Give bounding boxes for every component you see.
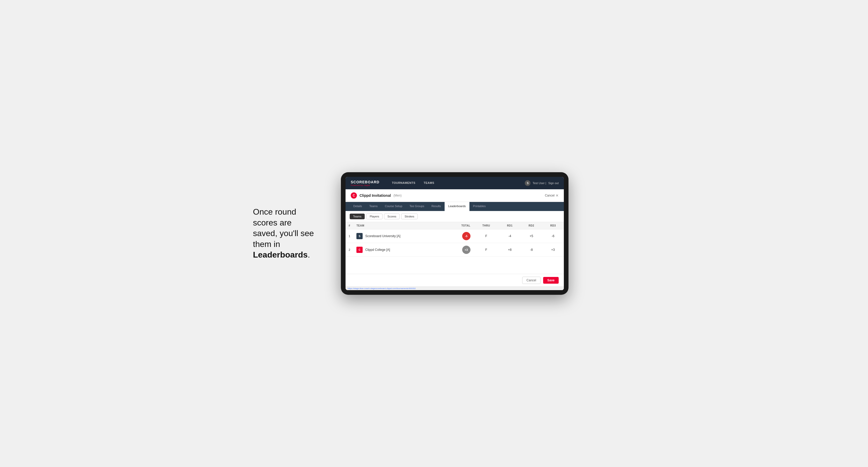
tournament-header: C Clippd Invitational (Men) Cancel ✕ — [345, 189, 564, 202]
nav-teams[interactable]: TEAMS — [420, 177, 438, 189]
filter-scores[interactable]: Scores — [384, 214, 400, 219]
tournament-gender: (Men) — [393, 194, 401, 197]
cell-rd2: +5 — [521, 229, 542, 243]
footer-save-button[interactable]: Save — [543, 277, 559, 284]
cell-thru: F — [473, 229, 499, 243]
cell-rank: 1 — [345, 229, 353, 243]
tablet-screen: SCOREBOARD Powered by clippd TOURNAMENTS… — [345, 177, 564, 290]
table-body: 1 S Scoreboard University [A] -5 F -4 +5… — [345, 229, 564, 257]
user-name: Test User | — [532, 182, 546, 185]
desc-line2: scores are — [253, 218, 291, 227]
col-total: TOTAL — [445, 222, 473, 229]
url-bar: https://stage-blue-coach.stagescoreboard… — [345, 286, 564, 290]
col-rd3: RD3 — [542, 222, 564, 229]
cell-thru: F — [473, 243, 499, 257]
tournament-name: Clippd Invitational — [360, 193, 391, 197]
tablet-device: SCOREBOARD Powered by clippd TOURNAMENTS… — [341, 172, 568, 295]
nav-right: S Test User | Sign out — [525, 180, 559, 186]
col-rd1: RD1 — [499, 222, 521, 229]
tournament-logo: C — [351, 192, 357, 198]
tab-printables[interactable]: Printables — [469, 202, 489, 211]
tab-leaderboards[interactable]: Leaderboards — [444, 202, 469, 211]
cell-total: +3 — [445, 243, 473, 257]
table-header-row: # TEAM TOTAL THRU RD1 RD2 RD3 — [345, 222, 564, 229]
tab-details[interactable]: Details — [350, 202, 366, 211]
col-thru: THRU — [473, 222, 499, 229]
team-name: Scoreboard University [A] — [365, 234, 400, 238]
nav-tournaments[interactable]: TOURNAMENTS — [388, 177, 420, 189]
tab-teams[interactable]: Teams — [366, 202, 381, 211]
col-rd2: RD2 — [521, 222, 542, 229]
modal-footer: Cancel Save — [345, 274, 564, 286]
nav-items: TOURNAMENTS TEAMS — [388, 177, 519, 189]
cell-rd2: -8 — [521, 243, 542, 257]
col-rank: # — [345, 222, 353, 229]
score-badge: +3 — [462, 246, 470, 254]
cancel-label: Cancel — [545, 194, 555, 197]
team-logo-image: S — [356, 233, 363, 239]
left-description: Once round scores are saved, you'll see … — [253, 207, 326, 260]
top-navigation: SCOREBOARD Powered by clippd TOURNAMENTS… — [345, 177, 564, 189]
footer-cancel-button[interactable]: Cancel — [522, 277, 540, 284]
cell-rd3: +3 — [542, 243, 564, 257]
filter-players[interactable]: Players — [366, 214, 382, 219]
leaderboard-table: # TEAM TOTAL THRU RD1 RD2 RD3 1 S Scor — [345, 222, 564, 257]
desc-line3: saved, you'll see — [253, 228, 314, 238]
cell-rank: 2 — [345, 243, 353, 257]
logo-subtitle: Powered by clippd — [351, 184, 379, 186]
close-icon: ✕ — [556, 193, 559, 197]
sign-out-link[interactable]: Sign out — [548, 182, 559, 185]
tournament-title-area: C Clippd Invitational (Men) — [351, 192, 402, 198]
leaderboard-table-area: # TEAM TOTAL THRU RD1 RD2 RD3 1 S Scor — [345, 222, 564, 274]
team-logo-image: C — [356, 247, 363, 253]
score-badge: -5 — [462, 232, 470, 240]
desc-line1: Once round — [253, 207, 296, 216]
team-logo-cell: C Clippd College [A] — [356, 247, 442, 253]
user-avatar: S — [525, 180, 530, 186]
desc-line5-bold: Leaderboards — [253, 250, 308, 259]
cell-team: S Scoreboard University [A] — [353, 229, 445, 243]
table-row: 2 C Clippd College [A] +3 F +8 -8 +3 — [345, 243, 564, 257]
cell-rd1: +8 — [499, 243, 521, 257]
table-row: 1 S Scoreboard University [A] -5 F -4 +5… — [345, 229, 564, 243]
filter-teams[interactable]: Teams — [350, 214, 365, 219]
logo-text: SCOREBOARD — [351, 180, 379, 184]
filter-bar: Teams Players Scores Strokes — [345, 211, 564, 222]
desc-line5-end: . — [308, 250, 310, 259]
team-logo-cell: S Scoreboard University [A] — [356, 233, 442, 239]
team-name: Clippd College [A] — [365, 248, 390, 252]
tab-course-setup[interactable]: Course Setup — [381, 202, 406, 211]
app-logo: SCOREBOARD Powered by clippd — [351, 180, 379, 186]
col-team: TEAM — [353, 222, 445, 229]
desc-line4: them in — [253, 240, 280, 249]
cell-rd1: -4 — [499, 229, 521, 243]
sub-tabs: Details Teams Course Setup Tee Groups Re… — [345, 202, 564, 211]
cell-team: C Clippd College [A] — [353, 243, 445, 257]
cell-rd3: -6 — [542, 229, 564, 243]
tournament-cancel-button[interactable]: Cancel ✕ — [545, 193, 559, 197]
page-wrapper: Once round scores are saved, you'll see … — [253, 172, 615, 295]
tab-results[interactable]: Results — [428, 202, 444, 211]
cell-total: -5 — [445, 229, 473, 243]
filter-strokes[interactable]: Strokes — [401, 214, 417, 219]
tab-tee-groups[interactable]: Tee Groups — [406, 202, 428, 211]
